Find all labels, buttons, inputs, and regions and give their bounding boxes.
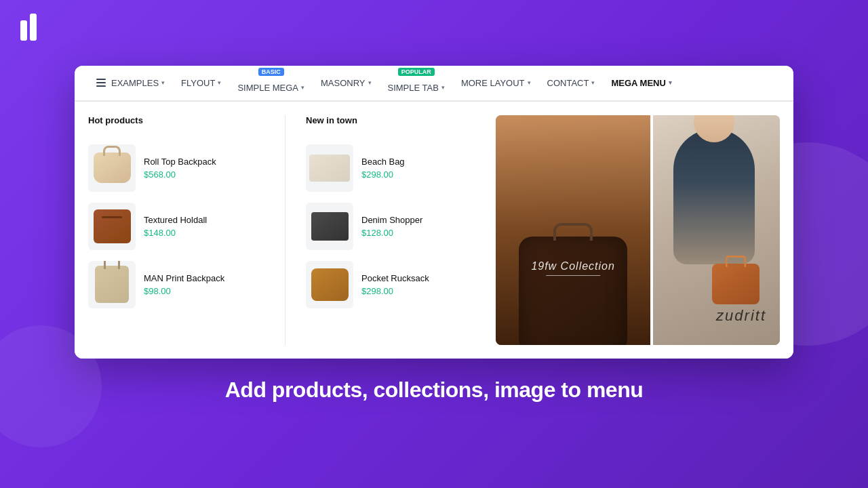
bag-icon-roll-top [94,152,131,183]
dropdown-panel: Hot products Roll Top Backpack $568.00 T… [75,101,793,359]
chevron-masonry: ▾ [368,79,372,86]
product-thumb-textured [88,203,136,250]
nav-item-masonry[interactable]: MASONRY ▾ [313,66,380,100]
product-info-roll-top: Roll Top Backpack $568.00 [144,157,216,180]
chevron-more-layout: ▾ [528,79,531,86]
nav-item-more-layout[interactable]: MORE LAYOUT ▾ [453,66,539,100]
product-denim-shopper[interactable]: Denim Shopper $128.00 [306,197,482,256]
product-roll-top[interactable]: Roll Top Backpack $568.00 [88,139,264,197]
nav-label-more-layout: MORE LAYOUT [461,78,525,88]
product-pocket-rucksack[interactable]: Pocket Rucksack $298.00 [306,256,482,314]
product-man-print[interactable]: MAN Print Backpack $98.00 [88,256,264,314]
product-info-pocket: Pocket Rucksack $298.00 [361,273,429,296]
product-name-denim: Denim Shopper [361,215,422,225]
badge-popular: POPULAR [398,68,435,76]
logo-bar-right [30,14,37,41]
chevron-simple-tab: ▾ [441,84,445,91]
new-in-town-title: New in town [306,115,482,131]
product-price-textured: $148.00 [144,228,207,238]
chevron-mega-menu: ▾ [669,79,672,86]
small-bag-right-icon [712,264,760,304]
chevron-contact: ▾ [591,79,595,86]
product-name-roll-top: Roll Top Backpack [144,157,216,167]
collection-text: 19fw Collection [531,260,615,272]
bag-icon-pocket [311,268,349,301]
nav-item-mega-menu[interactable]: MEGA MENU ▾ [603,66,679,100]
product-thumb-man-print [88,261,136,308]
nav-item-simple-tab[interactable]: POPULAR SIMPLE TAB ▾ [380,66,453,100]
nav-item-examples[interactable]: EXAMPLES ▾ [88,66,173,100]
product-thumb-roll-top [88,144,136,192]
bag-icon-beach [309,155,350,182]
product-beach-bag[interactable]: Beach Bag $298.00 [306,139,482,197]
chevron-simple-mega: ▾ [301,84,304,91]
nav-label-examples: EXAMPLES [111,78,159,88]
new-in-town-section: New in town Beach Bag $298.00 Denim Shop… [306,115,482,345]
hamburger-icon [96,79,106,87]
product-price-pocket: $298.00 [361,286,429,296]
bag-icon-textured [94,209,131,243]
image-right: zudritt [653,115,780,345]
collection-overlay: 19fw Collection [531,260,615,276]
image-left: 19fw Collection [496,115,650,345]
brand-name: zudritt [716,307,766,325]
product-name-pocket: Pocket Rucksack [361,273,429,283]
nav-label-simple-mega: SIMPLE MEGA [237,83,298,93]
column-divider [285,115,285,345]
nav-item-flyout[interactable]: FLYOUT ▾ [173,66,229,100]
badge-basic: BASIC [258,68,284,76]
product-price-denim: $128.00 [361,228,422,238]
product-price-man-print: $98.00 [144,286,224,296]
product-info-textured: Textured Holdall $148.00 [144,215,207,238]
product-price-roll-top: $568.00 [144,169,216,180]
hot-products-title: Hot products [88,115,264,131]
chevron-flyout: ▾ [218,79,221,86]
product-info-beach: Beach Bag $298.00 [361,157,405,180]
nav-label-contact: CONTACT [547,78,589,88]
big-bag-icon [519,237,627,345]
nav-item-simple-mega[interactable]: BASIC SIMPLE MEGA ▾ [229,66,313,100]
product-name-man-print: MAN Print Backpack [144,273,224,283]
nav-label-masonry: MASONRY [321,78,366,88]
app-logo [20,14,37,41]
navbar: EXAMPLES ▾ FLYOUT ▾ BASIC SIMPLE MEGA ▾ … [75,66,793,101]
person-right-figure [673,129,755,264]
product-price-beach: $298.00 [361,169,405,180]
browser-window: EXAMPLES ▾ FLYOUT ▾ BASIC SIMPLE MEGA ▾ … [75,66,793,359]
product-thumb-denim [306,203,353,250]
bag-icon-man-print [95,266,129,303]
product-thumb-pocket [306,261,353,308]
product-name-beach: Beach Bag [361,157,405,167]
tagline: Add products, collections, image to menu [225,378,644,403]
nav-label-mega-menu: MEGA MENU [611,78,665,88]
nav-label-flyout: FLYOUT [181,78,215,88]
chevron-examples: ▾ [161,79,165,86]
image-panel: 19fw Collection zudritt [496,115,780,345]
bag-icon-denim [311,212,349,241]
nav-label-simple-tab: SIMPLE TAB [388,83,439,93]
product-name-textured: Textured Holdall [144,215,207,225]
product-thumb-beach [306,144,353,192]
logo-bar-left [20,20,27,41]
product-info-man-print: MAN Print Backpack $98.00 [144,273,224,296]
product-textured-holdall[interactable]: Textured Holdall $148.00 [88,197,264,256]
collection-line [546,275,600,276]
product-info-denim: Denim Shopper $128.00 [361,215,422,238]
hot-products-section: Hot products Roll Top Backpack $568.00 T… [88,115,264,345]
nav-item-contact[interactable]: CONTACT ▾ [539,66,604,100]
